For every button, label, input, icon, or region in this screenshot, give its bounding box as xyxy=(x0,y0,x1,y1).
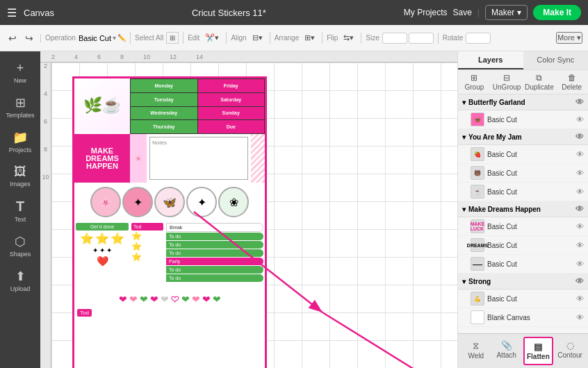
sidebar-item-templates-label: Templates xyxy=(6,112,34,119)
width-input[interactable] xyxy=(382,33,407,44)
sidebar-item-new[interactable]: + New xyxy=(0,57,40,88)
eye-butterfly[interactable]: 👁 xyxy=(575,97,584,107)
contour-button[interactable]: ◌ Contour xyxy=(556,337,584,365)
layer-name-dreams-2: Basic Cut xyxy=(487,242,573,249)
layer-item-butterfly-1[interactable]: 🦋 Basic Cut 👁 xyxy=(458,110,588,129)
layer-item-jam-3[interactable]: ☕ Basic Cut 👁 xyxy=(458,183,588,201)
sidebar-item-shapes[interactable]: ⬡ Shapes xyxy=(0,230,40,262)
canvas-area[interactable]: 2 4 6 8 10 12 14 2 4 6 8 10 🌿☕ xyxy=(40,51,457,368)
eye-dreams[interactable]: 👁 xyxy=(575,204,584,214)
eye-jam-2[interactable]: 👁 xyxy=(576,169,584,177)
divider: | xyxy=(477,8,480,17)
undo-redo-group: ↩ ↪ xyxy=(6,31,36,45)
eye-jam-1[interactable]: 👁 xyxy=(576,150,584,158)
eye-strong-1[interactable]: 👁 xyxy=(576,294,584,303)
edit-button[interactable]: ✂️▾ xyxy=(202,32,222,44)
sticker-sheet[interactable]: 🌿☕ Monday Friday Tuesday Saturday Wednes… xyxy=(72,76,267,368)
todo-party: Party xyxy=(166,258,263,265)
sidebar-item-templates[interactable]: ⊞ Templates xyxy=(0,91,40,123)
undo-button[interactable]: ↩ xyxy=(6,31,19,45)
day-sunday: Sunday xyxy=(198,107,265,120)
attach-button[interactable]: 📎 Attach xyxy=(493,337,521,365)
flatten-button[interactable]: ▤ Flatten xyxy=(523,337,554,365)
tab-color-sync[interactable]: Color Sync xyxy=(523,51,589,69)
eye-butterfly-1[interactable]: 👁 xyxy=(576,115,584,124)
flip-button[interactable]: ⇆▾ xyxy=(341,32,357,44)
layer-group-jam[interactable]: ▾ You Are My Jam 👁 xyxy=(458,129,588,145)
group-button[interactable]: ⊞ Group xyxy=(458,70,491,94)
sidebar-item-text[interactable]: T Text xyxy=(0,194,40,227)
eye-jam[interactable]: 👁 xyxy=(575,132,584,142)
delete-button[interactable]: 🗑 Delete xyxy=(555,70,588,94)
layer-item-jam-2[interactable]: 🐻 Basic Cut 👁 xyxy=(458,164,588,183)
eye-dreams-1[interactable]: 👁 xyxy=(576,222,584,231)
eye-strong[interactable]: 👁 xyxy=(575,276,584,286)
align-label: Align xyxy=(231,34,246,42)
sticker-right-col: Break To do To do To do Party To do To d… xyxy=(165,221,265,291)
contour-label: Contour xyxy=(557,351,582,359)
tab-layers[interactable]: Layers xyxy=(458,51,523,69)
sidebar-item-images[interactable]: 🖼 Images xyxy=(0,160,40,192)
text-icon: T xyxy=(16,199,24,215)
layer-item-strong-1[interactable]: 💪 Basic Cut 👁 xyxy=(458,290,588,308)
right-panel: Layers Color Sync ⊞ Group ⊟ UnGroup ⧉ Du… xyxy=(457,51,588,368)
make-it-button[interactable]: Make It xyxy=(533,5,581,20)
notes-box[interactable]: Notes xyxy=(149,137,248,180)
delete-icon: 🗑 xyxy=(568,73,576,83)
rotate-label: Rotate xyxy=(443,34,463,42)
group-name-strong: Strong xyxy=(468,278,491,285)
weld-label: Weld xyxy=(468,352,484,360)
layer-group-strong[interactable]: ▾ Strong 👁 xyxy=(458,274,588,290)
ruler-mark: 10 xyxy=(143,53,150,60)
rotate-input[interactable] xyxy=(466,33,491,44)
sidebar-item-new-label: New xyxy=(14,77,26,84)
sidebar-item-projects[interactable]: 📁 Projects xyxy=(0,126,40,158)
main-area: + New ⊞ Templates 📁 Projects 🖼 Images T … xyxy=(0,51,588,368)
maker-selector[interactable]: Maker ▾ xyxy=(485,5,528,20)
layer-thumb-dreams-1: MAKELUCK xyxy=(471,219,484,233)
select-all-section: Select All ⊞ xyxy=(130,32,179,44)
eye-dreams-2[interactable]: 👁 xyxy=(576,241,584,249)
heart-10: ❤ xyxy=(213,294,221,305)
hamburger-menu[interactable]: ☰ xyxy=(7,6,17,19)
eye-strong-2[interactable]: 👁 xyxy=(576,313,584,321)
sticker-row-1: 🌿☕ Monday Friday Tuesday Saturday Wednes… xyxy=(74,78,265,134)
group-name-butterfly: Butterfly Garland xyxy=(468,99,525,106)
layer-group-butterfly[interactable]: ▾ Butterfly Garland 👁 xyxy=(458,94,588,110)
height-input[interactable] xyxy=(409,33,434,44)
eye-dreams-3[interactable]: 👁 xyxy=(576,260,584,268)
layer-item-jam-1[interactable]: 🍓 Basic Cut 👁 xyxy=(458,145,588,164)
select-all-button[interactable]: ⊞ xyxy=(166,32,179,44)
todo-item-5: To do xyxy=(166,274,263,282)
day-saturday: Saturday xyxy=(198,93,265,106)
document-title: Cricut Stickers 11* xyxy=(61,8,397,18)
sidebar-item-upload[interactable]: ⬆ Upload xyxy=(0,265,40,296)
top-bar-right: My Projects Save | Maker ▾ Make It xyxy=(404,5,581,20)
layer-name-jam-2: Basic Cut xyxy=(487,169,573,177)
collapse-icon-strong: ▾ xyxy=(462,278,466,285)
layer-name-strong-2: Blank Canvas xyxy=(487,314,573,321)
tod-row: Tod xyxy=(74,308,265,318)
layer-item-dreams-1[interactable]: MAKELUCK Basic Cut 👁 xyxy=(458,217,588,236)
eye-jam-3[interactable]: 👁 xyxy=(576,187,584,196)
layer-item-strong-2[interactable]: Blank Canvas 👁 xyxy=(458,308,588,327)
ungroup-button[interactable]: ⊟ UnGroup xyxy=(491,70,523,94)
ruler-mark: 4 xyxy=(74,53,78,60)
arrange-button[interactable]: ⊞▾ xyxy=(302,32,318,44)
redo-button[interactable]: ↪ xyxy=(22,31,36,45)
my-projects-link[interactable]: My Projects xyxy=(404,8,448,17)
align-button[interactable]: ⊟▾ xyxy=(250,32,266,44)
sticker-circle-1: 🌸 xyxy=(90,187,121,217)
ruler-mark-v: 4 xyxy=(44,90,47,97)
operation-value: Basic Cut xyxy=(79,34,111,42)
duplicate-button[interactable]: ⧉ Duplicate xyxy=(523,70,556,94)
ruler-mark: 8 xyxy=(120,53,124,60)
layer-group-dreams[interactable]: ▾ Make Dreams Happen 👁 xyxy=(458,201,588,217)
layer-thumb-strong-1: 💪 xyxy=(471,292,484,306)
layer-item-dreams-2[interactable]: DREAMS Basic Cut 👁 xyxy=(458,236,588,255)
sticker-hearts-row: ❤ ❤ ❤ ❤ ❤ ❤ ❤ ❤ ❤ ❤ xyxy=(74,291,265,308)
more-button[interactable]: More ▾ xyxy=(556,32,582,44)
weld-button[interactable]: ⧖ Weld xyxy=(462,337,490,365)
layer-item-dreams-3[interactable]: — Basic Cut 👁 xyxy=(458,255,588,274)
save-button[interactable]: Save xyxy=(452,8,471,17)
